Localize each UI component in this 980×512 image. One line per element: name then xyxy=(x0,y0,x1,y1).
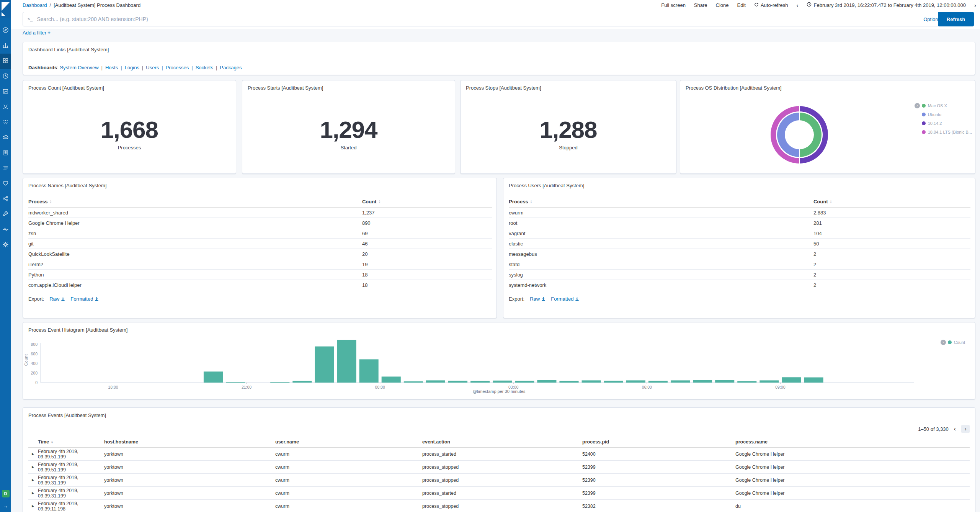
column-header-count[interactable]: Count▲▼ xyxy=(813,196,970,208)
add-filter-link[interactable]: Add a filter+ xyxy=(23,30,51,36)
histogram-bar[interactable] xyxy=(760,380,779,383)
histogram-bar[interactable] xyxy=(448,381,467,383)
legend-toggle-icon[interactable]: › xyxy=(941,340,946,345)
histogram-bar[interactable] xyxy=(537,380,556,383)
histogram-bar[interactable] xyxy=(559,381,578,383)
table-row[interactable]: root281 xyxy=(509,218,970,228)
event-row[interactable]: ▶February 4th 2019, 09:39:51.199yorktown… xyxy=(28,461,970,474)
table-row[interactable]: QuickLookSatellite20 xyxy=(28,249,492,259)
table-row[interactable]: systemd-network2 xyxy=(509,280,970,290)
pagination-prev-button[interactable]: ‹ xyxy=(954,425,956,432)
sidebar-item-dev-tools[interactable] xyxy=(0,207,11,222)
event-row[interactable]: ▶February 4th 2019, 09:39:31.199yorktown… xyxy=(28,474,970,487)
sort-icon[interactable]: ▲▼ xyxy=(530,200,532,204)
dashboard-link-logins[interactable]: Logins xyxy=(125,65,139,70)
histogram-bar[interactable] xyxy=(671,380,690,383)
histogram-bar[interactable] xyxy=(782,377,801,383)
table-row[interactable]: cwurm2,883 xyxy=(509,208,970,218)
dashboard-link-processes[interactable]: Processes xyxy=(166,65,189,70)
histogram-bar[interactable] xyxy=(270,382,289,383)
os-distribution-donut-chart[interactable] xyxy=(771,106,828,164)
table-row[interactable]: git46 xyxy=(28,239,492,249)
export-formatted-link[interactable]: Formatted xyxy=(70,296,99,302)
table-row[interactable]: com.apple.iCloudHelper18 xyxy=(28,280,492,290)
histogram-bar[interactable] xyxy=(737,381,756,383)
column-header-process.name[interactable]: process.name xyxy=(735,439,970,445)
sidebar-item-maps[interactable] xyxy=(0,100,11,115)
event-histogram-chart[interactable]: 020040060080018:0021:0000:0003:0006:0009… xyxy=(23,338,976,394)
histogram-bar[interactable] xyxy=(226,382,245,383)
expand-row-icon[interactable]: ▶ xyxy=(28,504,38,508)
histogram-bar[interactable] xyxy=(470,381,490,383)
legend-swatch[interactable] xyxy=(948,340,952,344)
column-header-user.name[interactable]: user.name xyxy=(275,439,422,445)
legend-swatch[interactable] xyxy=(922,130,926,134)
legend-label[interactable]: Mac OS X xyxy=(928,103,947,108)
legend-label[interactable]: 10.14.2 xyxy=(928,121,942,126)
histogram-bar[interactable] xyxy=(493,381,512,383)
column-header-count[interactable]: Count▲▼ xyxy=(362,196,492,208)
sort-icon[interactable]: ▲▼ xyxy=(830,200,832,204)
column-header-process[interactable]: Process▲▼ xyxy=(28,196,362,208)
histogram-bar[interactable] xyxy=(515,381,534,383)
export-formatted-link[interactable]: Formatted xyxy=(551,296,579,302)
dashboard-link-packages[interactable]: Packages xyxy=(220,65,242,70)
time-back-button[interactable]: ‹ xyxy=(796,2,798,8)
histogram-bar[interactable] xyxy=(715,380,734,383)
column-header-event.action[interactable]: event.action xyxy=(422,439,582,445)
legend-swatch[interactable] xyxy=(922,104,926,108)
expand-row-icon[interactable]: ▶ xyxy=(28,491,38,495)
event-row[interactable]: ▶February 4th 2019, 09:39:11.198yorktown… xyxy=(28,500,970,512)
dashboard-link-sockets[interactable]: Sockets xyxy=(196,65,213,70)
table-row[interactable]: Python18 xyxy=(28,270,492,280)
search-input[interactable] xyxy=(36,16,920,23)
table-row[interactable]: elastic50 xyxy=(509,239,970,249)
clone-button[interactable]: Clone xyxy=(716,2,729,8)
table-row[interactable]: syslog2 xyxy=(509,270,970,280)
expand-row-icon[interactable]: ▶ xyxy=(28,465,38,469)
dashboard-link-hosts[interactable]: Hosts xyxy=(105,65,118,70)
table-row[interactable]: vagrant104 xyxy=(509,228,970,239)
sidebar-item-machine-learning[interactable] xyxy=(0,115,11,130)
histogram-bar[interactable] xyxy=(693,380,712,383)
sidebar-item-uptime[interactable] xyxy=(0,176,11,191)
dashboard-link-users[interactable]: Users xyxy=(146,65,159,70)
sidebar-item-graph[interactable] xyxy=(0,191,11,207)
column-header-process.pid[interactable]: process.pid xyxy=(582,439,735,445)
export-raw-link[interactable]: Raw xyxy=(49,296,65,302)
table-row[interactable]: iTerm219 xyxy=(28,259,492,270)
export-raw-link[interactable]: Raw xyxy=(530,296,546,302)
expand-nav-icon[interactable]: → xyxy=(3,503,8,509)
breadcrumb-dashboard-link[interactable]: Dashboard xyxy=(23,2,47,8)
histogram-bar[interactable] xyxy=(382,376,401,383)
sidebar-item-infrastructure[interactable] xyxy=(0,130,11,146)
time-forward-button[interactable]: › xyxy=(974,2,976,8)
column-header-host.hostname[interactable]: host.hostname xyxy=(104,439,275,445)
legend-label[interactable]: Ubuntu xyxy=(928,112,941,117)
sidebar-item-timelion[interactable] xyxy=(0,69,11,84)
histogram-bar[interactable] xyxy=(426,380,445,383)
histogram-bar[interactable] xyxy=(292,381,312,383)
sidebar-item-management[interactable] xyxy=(0,237,11,253)
dashboard-link-system-overview[interactable]: System Overview xyxy=(60,65,98,70)
legend-swatch[interactable] xyxy=(922,113,926,116)
column-header-Time[interactable]: Time▼ xyxy=(38,439,104,445)
histogram-bar[interactable] xyxy=(648,381,668,383)
legend-swatch[interactable] xyxy=(922,121,926,125)
pagination-next-button[interactable]: › xyxy=(961,425,970,433)
sidebar-item-monitoring[interactable] xyxy=(0,222,11,237)
legend-toggle-icon[interactable]: › xyxy=(915,103,920,108)
sidebar-item-visualize[interactable] xyxy=(0,38,11,54)
sidebar-item-discover[interactable] xyxy=(0,23,11,38)
sidebar-item-canvas[interactable] xyxy=(0,84,11,100)
histogram-bar[interactable] xyxy=(359,359,379,383)
share-button[interactable]: Share xyxy=(694,2,707,8)
time-range-picker[interactable]: February 3rd 2019, 16:22:07.472 to Febru… xyxy=(807,2,966,8)
histogram-bar[interactable] xyxy=(315,347,334,383)
expand-row-icon[interactable]: ▶ xyxy=(28,452,38,456)
histogram-bar[interactable] xyxy=(604,381,623,383)
histogram-bar[interactable] xyxy=(204,371,223,383)
table-row[interactable]: messagebus2 xyxy=(509,249,970,259)
auto-refresh-button[interactable]: Auto-refresh xyxy=(754,2,788,8)
table-row[interactable]: statd2 xyxy=(509,259,970,270)
